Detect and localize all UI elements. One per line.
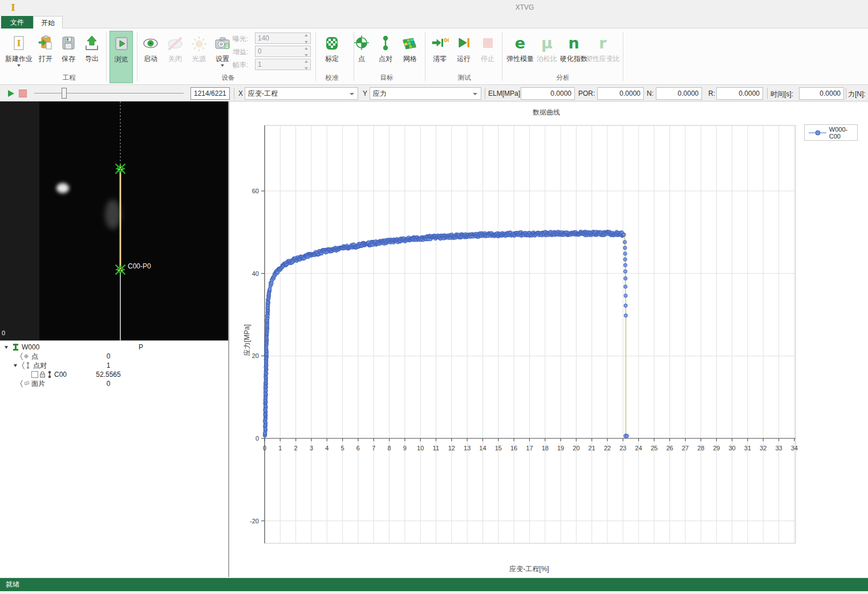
new-job-dropdown-icon[interactable] bbox=[17, 64, 21, 67]
settings-dropdown-icon[interactable] bbox=[221, 64, 224, 67]
tree-row-c00[interactable]: C00 52.5565 bbox=[0, 370, 228, 379]
status-bar-strip bbox=[0, 591, 868, 594]
svg-text:20: 20 bbox=[252, 352, 259, 359]
svg-text:7: 7 bbox=[372, 445, 375, 451]
new-job-button[interactable]: I 新建作业 bbox=[3, 31, 34, 83]
svg-text:1: 1 bbox=[278, 445, 282, 451]
camera-view[interactable]: C00-P0 C00-P1 0 bbox=[0, 101, 228, 340]
legend-marker-icon bbox=[808, 129, 826, 136]
tree-row-points[interactable]: 点 0 bbox=[0, 352, 228, 361]
exposure-input[interactable]: 140 bbox=[255, 32, 311, 44]
chevron-down-icon bbox=[350, 93, 354, 95]
svg-text:33: 33 bbox=[775, 445, 782, 451]
svg-text:I: I bbox=[17, 38, 21, 48]
frame-counter-input[interactable]: 1214/6221 bbox=[190, 87, 230, 100]
r-label: R: bbox=[708, 89, 715, 97]
svg-text:8: 8 bbox=[387, 445, 391, 451]
tab-row: 文件 开始 bbox=[0, 15, 868, 29]
export-icon bbox=[83, 34, 101, 53]
svg-text:21: 21 bbox=[589, 445, 595, 451]
group-label-project: 工程 bbox=[63, 74, 76, 82]
svg-text:3: 3 bbox=[310, 445, 313, 451]
point-button[interactable]: 点 bbox=[351, 31, 372, 83]
por-input[interactable]: 0.0000 bbox=[597, 87, 644, 100]
ribbon-separator bbox=[106, 32, 107, 81]
close-button: 关闭 bbox=[164, 31, 186, 83]
plastic-strain-ratio-button: r 塑性应变比 bbox=[585, 31, 620, 83]
start-eye-icon bbox=[141, 34, 160, 53]
ribbon-separator bbox=[425, 32, 425, 81]
open-button[interactable]: 打开 bbox=[35, 31, 56, 83]
browse-button[interactable]: 浏览 bbox=[109, 31, 133, 83]
gain-input[interactable]: 0 bbox=[255, 46, 311, 57]
svg-text:5: 5 bbox=[341, 445, 344, 451]
svg-text:15: 15 bbox=[495, 445, 502, 451]
ribbon-separator bbox=[502, 32, 502, 81]
tree-row-point-pairs[interactable]: 点对 1 bbox=[0, 361, 228, 370]
x-axis-select[interactable]: 应变-工程 bbox=[245, 87, 358, 100]
elm-input[interactable]: 0.0000 bbox=[521, 87, 575, 100]
por-label: POR: bbox=[578, 89, 595, 97]
svg-text:26: 26 bbox=[666, 445, 673, 451]
run-icon bbox=[455, 34, 473, 53]
poisson-ratio-button: μ 泊松比 bbox=[535, 31, 559, 83]
svg-text:12: 12 bbox=[448, 445, 455, 451]
frame-slider-track[interactable] bbox=[34, 93, 184, 93]
svg-text:28: 28 bbox=[697, 445, 704, 451]
marker0-label: C00-P0 bbox=[128, 262, 151, 270]
gain-field: 增益: 0 bbox=[233, 46, 313, 57]
tree-row-w000[interactable]: W000 P bbox=[0, 343, 228, 352]
svg-text:0: 0 bbox=[255, 435, 259, 442]
frame-slider-thumb[interactable] bbox=[62, 88, 67, 99]
ribbon-separator bbox=[137, 32, 137, 81]
zero-icon: 00 bbox=[431, 34, 449, 53]
window-title: XTVG bbox=[516, 3, 534, 11]
fps-spinner[interactable] bbox=[303, 60, 309, 70]
svg-text:34: 34 bbox=[791, 445, 798, 451]
gain-spinner[interactable] bbox=[303, 47, 309, 56]
elastic-modulus-button[interactable]: e 弹性模量 bbox=[505, 31, 535, 83]
ribbon: I 新建作业 打开 保存 导出 工程 bbox=[0, 29, 868, 85]
app-icon: I bbox=[8, 2, 18, 13]
expander-icon[interactable] bbox=[5, 346, 8, 349]
exposure-spinner[interactable] bbox=[303, 34, 309, 43]
svg-text:22: 22 bbox=[604, 445, 611, 451]
n-input[interactable]: 0.0000 bbox=[656, 87, 702, 100]
mesh-button[interactable]: 网格 bbox=[399, 31, 421, 83]
svg-text:32: 32 bbox=[760, 445, 766, 451]
export-button[interactable]: 导出 bbox=[81, 31, 103, 83]
group-label-target: 目标 bbox=[380, 74, 394, 82]
y-axis-select[interactable]: 应力 bbox=[370, 87, 481, 100]
status-text: 就绪 bbox=[6, 580, 19, 588]
y-axis-label: Y bbox=[363, 89, 367, 97]
zero-button[interactable]: 00 清零 bbox=[429, 31, 451, 83]
poisson-mu-icon: μ bbox=[541, 35, 553, 52]
marker-c00-p0[interactable] bbox=[116, 164, 125, 174]
expander-icon[interactable] bbox=[14, 364, 17, 367]
mesh-grid-icon bbox=[401, 34, 419, 53]
camera-corner-label: 0 bbox=[2, 329, 5, 336]
r-input[interactable]: 0.0000 bbox=[716, 87, 763, 100]
marker-c00-p1[interactable] bbox=[116, 265, 125, 275]
chevron-down-icon bbox=[473, 93, 477, 95]
svg-text:10: 10 bbox=[417, 445, 424, 451]
plot-area bbox=[265, 125, 796, 543]
facet-group-icon bbox=[19, 380, 30, 390]
fps-input[interactable]: 1 bbox=[255, 59, 311, 70]
plastic-r-icon: r bbox=[599, 35, 606, 52]
stop-icon[interactable] bbox=[19, 89, 27, 97]
svg-text:24: 24 bbox=[635, 445, 642, 451]
tab-file[interactable]: 文件 bbox=[1, 16, 33, 29]
separator bbox=[846, 88, 846, 99]
svg-text:14: 14 bbox=[479, 445, 486, 451]
time-input[interactable]: 0.0000 bbox=[799, 87, 844, 100]
svg-text:16: 16 bbox=[510, 445, 517, 451]
exposure-field: 曝光: 140 bbox=[233, 32, 313, 44]
start-button[interactable]: 启动 bbox=[140, 31, 161, 83]
tree-row-facets[interactable]: 面片 0 bbox=[0, 379, 228, 388]
play-icon[interactable] bbox=[8, 90, 14, 97]
title-bar: I XTVG bbox=[0, 0, 868, 15]
tab-home[interactable]: 开始 bbox=[33, 16, 63, 29]
separator bbox=[767, 88, 768, 99]
new-job-icon: I bbox=[10, 34, 28, 53]
